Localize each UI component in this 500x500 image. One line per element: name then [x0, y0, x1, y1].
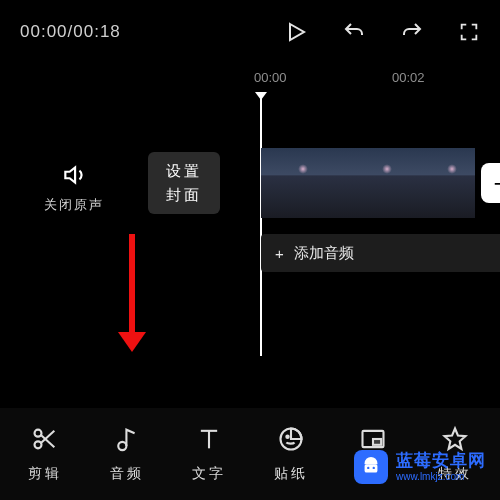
svg-point-16: [373, 467, 375, 469]
music-note-icon: [113, 425, 141, 457]
total-time: 00:18: [73, 22, 121, 41]
svg-marker-0: [290, 24, 304, 40]
tab-text[interactable]: 文字: [173, 425, 245, 483]
cover-line2: 封面: [166, 183, 202, 207]
mute-original-control[interactable]: 关闭原声: [28, 162, 120, 214]
video-track[interactable]: +: [261, 148, 500, 218]
tab-label: 剪辑: [28, 465, 62, 483]
ruler-tick: 00:00: [254, 70, 287, 85]
speaker-icon: [28, 162, 120, 188]
svg-rect-12: [373, 439, 381, 445]
redo-button[interactable]: [400, 20, 424, 44]
clip-thumbnail[interactable]: [345, 148, 429, 218]
tab-edit[interactable]: 剪辑: [9, 425, 81, 483]
top-bar: 00:00/00:18: [0, 0, 500, 64]
svg-marker-1: [65, 167, 75, 182]
watermark-logo-icon: [354, 450, 388, 484]
clip-thumbnail[interactable]: [261, 148, 345, 218]
ruler-tick: 00:02: [392, 70, 425, 85]
plus-icon: +: [275, 245, 284, 262]
svg-rect-14: [365, 464, 378, 472]
undo-button[interactable]: [342, 20, 366, 44]
cover-line1: 设置: [166, 159, 202, 183]
tab-label: 文字: [192, 465, 226, 483]
clip-thumbnail[interactable]: [429, 148, 475, 218]
scissors-icon: [31, 425, 59, 457]
tab-label: 音频: [110, 465, 144, 483]
fullscreen-button[interactable]: [458, 21, 480, 43]
tutorial-arrow: [118, 234, 146, 352]
svg-point-15: [367, 467, 369, 469]
svg-marker-13: [445, 429, 466, 449]
watermark-url: www.lmkjz.com: [396, 471, 486, 482]
text-icon: [195, 425, 223, 457]
tab-audio[interactable]: 音频: [91, 425, 163, 483]
watermark: 蓝莓安卓网 www.lmkjz.com: [354, 450, 486, 484]
svg-point-6: [118, 442, 126, 450]
time-ruler[interactable]: 00:00 00:02: [0, 64, 500, 98]
playhead[interactable]: [260, 96, 262, 356]
add-audio-label: 添加音频: [294, 244, 354, 263]
tab-sticker[interactable]: 贴纸: [255, 425, 327, 483]
video-editor-screen: 00:00/00:18 00:00 00:02 关闭原声: [0, 0, 500, 500]
sticker-icon: [277, 425, 305, 457]
current-time: 00:00: [20, 22, 68, 41]
add-audio-button[interactable]: + 添加音频: [261, 234, 500, 272]
svg-point-10: [286, 436, 288, 438]
timeline[interactable]: 关闭原声 设置 封面 + + 添加音频: [0, 98, 500, 358]
timecode-display: 00:00/00:18: [20, 22, 121, 42]
mute-label: 关闭原声: [28, 196, 120, 214]
playback-controls: [284, 20, 480, 44]
set-cover-button[interactable]: 设置 封面: [148, 152, 220, 214]
add-clip-button[interactable]: +: [481, 163, 500, 203]
play-button[interactable]: [284, 20, 308, 44]
watermark-name: 蓝莓安卓网: [396, 452, 486, 471]
tab-label: 贴纸: [274, 465, 308, 483]
plus-icon: +: [493, 168, 500, 199]
